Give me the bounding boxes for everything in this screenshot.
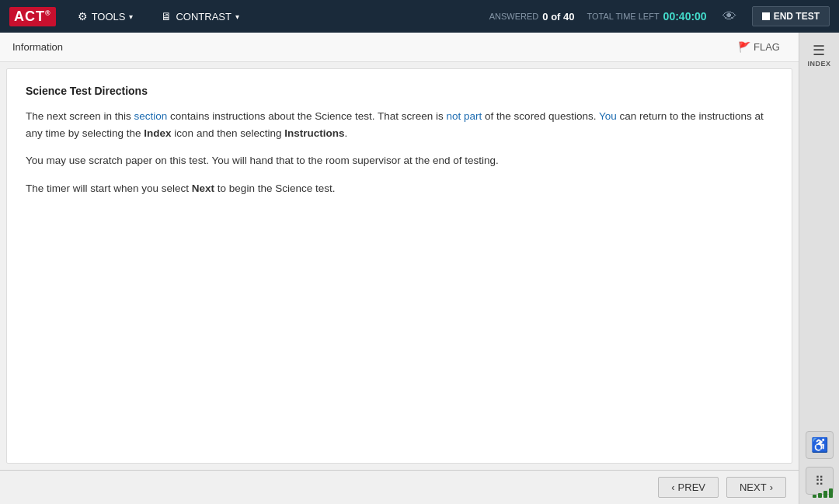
end-test-square-icon [762, 12, 770, 20]
info-label: Information [12, 41, 63, 53]
next-chevron-icon: › [770, 481, 773, 493]
paragraph-2: You may use scratch paper on this test. … [26, 152, 773, 169]
signal-bar-4 [829, 488, 833, 498]
answered-stat: ANSWERED 0 of 40 [489, 11, 575, 23]
signal-indicator [813, 488, 833, 498]
end-test-button[interactable]: END TEST [752, 6, 830, 26]
contrast-chevron-icon: ▾ [235, 12, 239, 21]
content-card: Science Test Directions The next screen … [6, 68, 792, 464]
signal-bar-3 [823, 491, 827, 498]
prev-chevron-icon: ‹ [671, 481, 674, 493]
signal-bar-2 [818, 493, 822, 498]
dots-icon: ⠿ [815, 474, 824, 488]
bottom-navigation: ‹ PREV NEXT › [0, 470, 799, 504]
info-bar: Information 🚩 FLAG [0, 33, 799, 62]
signal-bar-1 [813, 495, 816, 498]
tools-icon: ⚙ [78, 10, 88, 23]
paragraph-3: The timer will start when you select Nex… [26, 180, 773, 197]
accessibility-icon: ♿ [811, 436, 828, 454]
tools-chevron-icon: ▾ [129, 12, 133, 21]
header-tools: ⚙ TOOLS ▾ 🖥 CONTRAST ▾ [71, 7, 489, 26]
highlight-not-part: not part [447, 110, 482, 122]
bold-instructions: Instructions [284, 127, 344, 139]
content-area: Information 🚩 FLAG Science Test Directio… [0, 33, 799, 504]
highlight-section: section [134, 110, 168, 122]
bold-next: Next [192, 182, 214, 194]
tools-button[interactable]: ⚙ TOOLS ▾ [71, 7, 140, 26]
timer-stat: TOTAL TIME LEFT 00:40:00 [587, 10, 707, 23]
accessibility-button[interactable]: ♿ [806, 431, 834, 459]
act-logo: ACT® [9, 7, 56, 26]
paragraph-1: The next screen in this section contains… [26, 108, 773, 141]
flag-icon: 🚩 [738, 41, 750, 53]
flag-button[interactable]: 🚩 FLAG [732, 39, 786, 55]
prev-button[interactable]: ‹ PREV [658, 477, 719, 498]
right-sidebar: ☰ INDEX ♿ ⠿ [799, 33, 839, 504]
index-button[interactable]: ☰ INDEX [804, 39, 834, 72]
eye-icon-button[interactable]: 👁 [719, 5, 740, 28]
contrast-button[interactable]: 🖥 CONTRAST ▾ [155, 7, 245, 26]
main-content: Information 🚩 FLAG Science Test Directio… [0, 33, 839, 504]
header-right: ANSWERED 0 of 40 TOTAL TIME LEFT 00:40:0… [489, 5, 830, 28]
contrast-icon: 🖥 [161, 10, 172, 23]
section-title: Science Test Directions [26, 85, 773, 97]
highlight-you: You [599, 110, 617, 122]
header: ACT® ⚙ TOOLS ▾ 🖥 CONTRAST ▾ ANSWERED 0 o… [0, 0, 839, 33]
next-button[interactable]: NEXT › [726, 477, 786, 498]
hamburger-icon: ☰ [813, 43, 825, 57]
bold-index: Index [144, 127, 171, 139]
lower-section: Science Test Directions The next screen … [0, 62, 799, 504]
